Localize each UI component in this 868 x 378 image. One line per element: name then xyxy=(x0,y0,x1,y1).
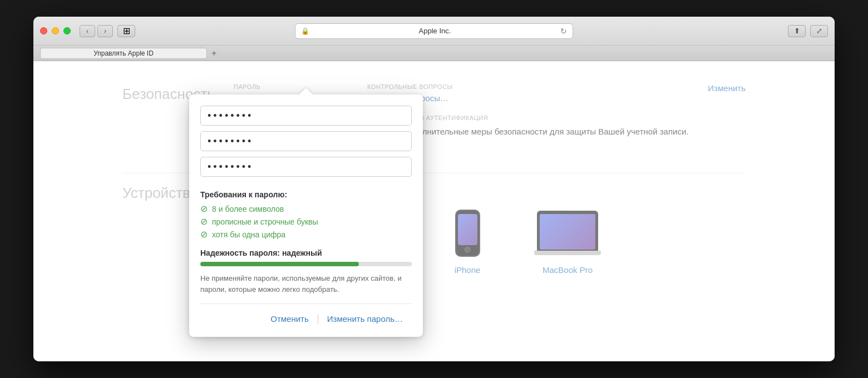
share-button[interactable]: ⬆ xyxy=(788,25,806,37)
new-password-field[interactable] xyxy=(200,131,412,151)
strength-section: Надежность пароля: надежный Не применяйт… xyxy=(200,248,412,295)
page-content: Безопасность ПАРОЛЬ Изменить пароль… КОН… xyxy=(33,61,835,361)
address-input[interactable]: 🔒 Apple Inc. ↻ xyxy=(295,23,573,39)
minimize-button[interactable] xyxy=(52,27,59,34)
req-check-1: ⊘ xyxy=(200,203,208,214)
lock-icon: 🔒 xyxy=(301,27,309,35)
new-tab-button[interactable]: + xyxy=(211,48,216,58)
title-bar: ‹ › ⊞ 🔒 Apple Inc. ↻ ⬆ ⤢ xyxy=(33,17,835,46)
req-check-2: ⊘ xyxy=(200,216,208,227)
nav-buttons: ‹ › xyxy=(80,25,113,37)
popup-overlay xyxy=(33,61,835,361)
traffic-lights xyxy=(40,27,71,34)
password-popup: Требования к паролю: ⊘ 8 и более символо… xyxy=(189,94,423,337)
req-text-3: хотя бы одна цифра xyxy=(212,230,285,239)
forward-button[interactable]: › xyxy=(97,25,113,37)
req-check-3: ⊘ xyxy=(200,229,208,240)
main-area: Безопасность ПАРОЛЬ Изменить пароль… КОН… xyxy=(33,61,835,361)
fullscreen-icon: ⤢ xyxy=(816,27,822,35)
reload-button[interactable]: ↻ xyxy=(560,27,567,36)
close-button[interactable] xyxy=(40,27,47,34)
forward-icon: › xyxy=(104,27,106,35)
address-text: Apple Inc. xyxy=(313,27,557,35)
strength-bar xyxy=(200,262,412,266)
submit-change-button[interactable]: Изменить пароль… xyxy=(318,312,412,326)
mac-window: ‹ › ⊞ 🔒 Apple Inc. ↻ ⬆ ⤢ xyxy=(33,17,835,361)
requirements-label: Требования к паролю: xyxy=(200,190,412,199)
req-item-3: ⊘ хотя бы одна цифра xyxy=(200,229,412,240)
address-bar: 🔒 Apple Inc. ↻ xyxy=(295,23,573,39)
tab-bar: Управлять Apple ID + xyxy=(33,46,835,61)
popup-actions: Отменить Изменить пароль… xyxy=(200,304,412,326)
req-text-1: 8 и более символов xyxy=(212,205,284,213)
sidebar-toggle-button[interactable]: ⊞ xyxy=(117,25,135,37)
strength-bar-fill xyxy=(200,262,359,266)
sidebar-icon: ⊞ xyxy=(123,26,130,36)
back-icon: ‹ xyxy=(86,27,88,35)
maximize-button[interactable] xyxy=(63,27,71,34)
req-item-2: ⊘ прописные и строчные буквы xyxy=(200,216,412,227)
req-item-1: ⊘ 8 и более символов xyxy=(200,203,412,214)
confirm-password-field[interactable] xyxy=(200,157,412,177)
fullscreen-button[interactable]: ⤢ xyxy=(810,25,828,37)
strength-label: Надежность пароля: надежный xyxy=(200,248,412,257)
strength-note: Не применяйте пароли, используемые для д… xyxy=(200,273,412,295)
tab-label: Управлять Apple ID xyxy=(93,49,154,57)
active-tab[interactable]: Управлять Apple ID xyxy=(40,48,207,59)
popup-arrow xyxy=(299,88,313,94)
req-text-2: прописные и строчные буквы xyxy=(212,217,318,226)
cancel-button[interactable]: Отменить xyxy=(262,312,318,326)
share-icon: ⬆ xyxy=(794,27,800,35)
toolbar-right: ⬆ ⤢ xyxy=(788,25,828,37)
back-button[interactable]: ‹ xyxy=(80,25,95,37)
current-password-field[interactable] xyxy=(200,106,412,126)
